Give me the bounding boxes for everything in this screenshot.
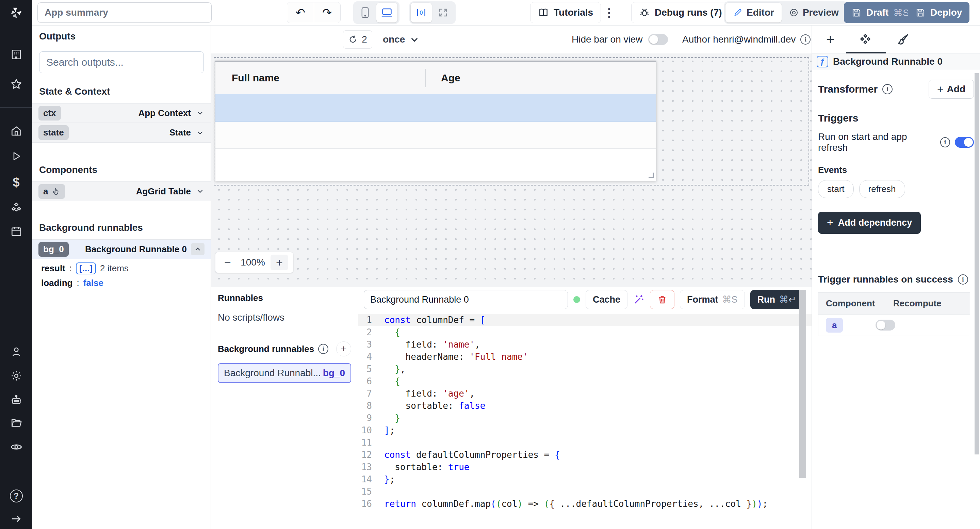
code-line[interactable]: 2 { [358, 326, 811, 338]
runnable-item-bg0[interactable]: Background Runnabl... bg_0 [218, 363, 351, 383]
right-panel-scrollbar[interactable] [975, 73, 979, 454]
refresh-icon [348, 35, 358, 44]
output-row-state[interactable]: state State [32, 123, 211, 143]
chevron-up-icon[interactable] [191, 243, 205, 255]
add-transformer-button[interactable]: +Add [929, 80, 974, 99]
editor-tab[interactable]: Editor [725, 3, 782, 22]
code-line[interactable]: 14}; [358, 473, 811, 486]
favorites-star-icon[interactable] [0, 78, 32, 91]
undo-button[interactable]: ↶ [287, 2, 314, 23]
users-person-icon[interactable] [0, 346, 32, 358]
add-background-runnable-button[interactable]: + [336, 341, 351, 357]
mobile-view-button[interactable] [355, 3, 375, 22]
workspace-icon[interactable] [0, 48, 32, 61]
output-row-ctx[interactable]: ctx App Context [32, 103, 211, 123]
settings-diamond-grid-icon[interactable] [859, 33, 872, 46]
table-row-selected[interactable] [215, 94, 656, 122]
editor-scrollbar[interactable] [799, 290, 806, 478]
code-line[interactable]: 15 [358, 486, 811, 498]
debug-runs-button[interactable]: Debug runs (7) [631, 2, 730, 23]
chevron-down-icon[interactable] [196, 108, 205, 118]
info-icon[interactable]: i [800, 34, 811, 45]
aggrid-table-component[interactable]: Full name Age [215, 61, 656, 181]
code-lines[interactable]: 1const columnDef = [2 {3 field: 'name',4… [358, 311, 811, 510]
hide-bar-toggle[interactable] [648, 34, 668, 45]
windmill-logo-icon[interactable] [0, 3, 32, 23]
active-tab-underline [846, 52, 886, 53]
schedules-calendar-icon[interactable] [0, 225, 32, 237]
folders-icon[interactable] [0, 417, 32, 429]
output-row-bg0[interactable]: bg_0 Background Runnable 0 [32, 239, 211, 259]
resources-cubes-icon[interactable] [0, 202, 32, 215]
settings-gear-icon[interactable] [0, 370, 32, 382]
table-col-fullname[interactable]: Full name [215, 72, 425, 84]
cache-button[interactable]: Cache [585, 290, 627, 309]
delete-runnable-button[interactable] [650, 290, 675, 309]
app-canvas[interactable]: Full name Age − 100% + [211, 53, 811, 287]
bg0-badge: bg_0 [38, 242, 69, 257]
info-icon[interactable]: i [940, 137, 950, 147]
code-line[interactable]: 8 sortable: false [358, 400, 811, 412]
fullscreen-icon[interactable] [433, 3, 453, 22]
output-row-component-a[interactable]: a AgGrid Table [32, 182, 211, 201]
info-icon[interactable]: i [882, 84, 892, 94]
refresh-count-button[interactable]: 2 [343, 30, 372, 49]
recompute-toggle[interactable] [875, 320, 895, 331]
code-line[interactable]: 6 { [358, 375, 811, 387]
code-line[interactable]: 16return columnDef.map((col) => ({ ...de… [358, 498, 811, 510]
code-line[interactable]: 9 } [358, 412, 811, 424]
info-icon[interactable]: i [958, 274, 968, 285]
desktop-view-button[interactable] [376, 3, 398, 22]
theme-brush-icon[interactable] [896, 33, 910, 46]
result-expand-badge[interactable]: [...] [76, 263, 96, 274]
chevron-down-icon[interactable] [196, 187, 205, 196]
draft-button[interactable]: Draft ⌘S [844, 2, 917, 23]
code-line[interactable]: 11 [358, 437, 811, 449]
code-line[interactable]: 12const defaultColumnProperties = { [358, 449, 811, 461]
runs-play-icon[interactable] [0, 150, 32, 162]
deploy-button[interactable]: Deploy [908, 2, 969, 23]
code-line[interactable]: 5 }, [358, 363, 811, 375]
redo-button[interactable]: ↷ [314, 2, 340, 23]
refresh-count: 2 [362, 34, 367, 45]
search-outputs-input[interactable] [39, 51, 204, 73]
center-align-button[interactable]: 0 [411, 3, 432, 22]
add-dependency-button[interactable]: +Add dependency [818, 212, 921, 234]
preview-tab[interactable]: Preview [782, 3, 846, 22]
component-a-badge[interactable]: a [826, 318, 843, 333]
component-a-type-label: AgGrid Table [136, 186, 191, 197]
run-button[interactable]: Run⌘↵ [750, 290, 803, 309]
collapse-arrow-icon[interactable] [0, 513, 32, 525]
audit-eye-icon[interactable] [0, 440, 32, 453]
save-deploy-icon [915, 8, 926, 18]
schedule-select[interactable]: once [383, 30, 419, 49]
more-options-kebab[interactable]: ⋮ [601, 3, 617, 22]
home-icon[interactable] [0, 125, 32, 137]
insert-component-tab-plus-icon[interactable]: + [826, 31, 835, 48]
info-icon[interactable]: i [318, 344, 328, 354]
code-line[interactable]: 7 field: 'age', [358, 387, 811, 400]
resize-handle[interactable] [649, 172, 654, 178]
help-icon[interactable]: ? [0, 489, 32, 502]
zoom-in-button[interactable]: + [270, 255, 288, 270]
zoom-out-button[interactable]: − [220, 256, 235, 269]
table-row[interactable] [215, 122, 656, 149]
code-line[interactable]: 3 field: 'name', [358, 338, 811, 351]
draft-shortcut: ⌘S [893, 7, 909, 18]
code-line[interactable]: 13 sortable: true [358, 461, 811, 473]
event-chip[interactable]: start [818, 180, 854, 198]
run-on-start-toggle[interactable] [955, 137, 974, 148]
table-col-age[interactable]: Age [426, 72, 460, 84]
tutorials-button[interactable]: Tutorials [530, 2, 601, 23]
code-line[interactable]: 10]; [358, 424, 811, 437]
code-line[interactable]: 1const columnDef = [ [358, 314, 811, 326]
format-button[interactable]: Format⌘S [680, 290, 745, 309]
ai-wand-icon[interactable] [633, 294, 644, 305]
chevron-down-icon[interactable] [196, 128, 205, 137]
event-chip[interactable]: refresh [859, 180, 905, 198]
runnable-name-input[interactable] [364, 290, 568, 309]
workers-robot-icon[interactable] [0, 394, 32, 406]
code-line[interactable]: 4 headerName: 'Full name' [358, 351, 811, 363]
app-summary-input[interactable] [37, 2, 212, 23]
variables-dollar-icon[interactable]: $ [0, 175, 32, 190]
